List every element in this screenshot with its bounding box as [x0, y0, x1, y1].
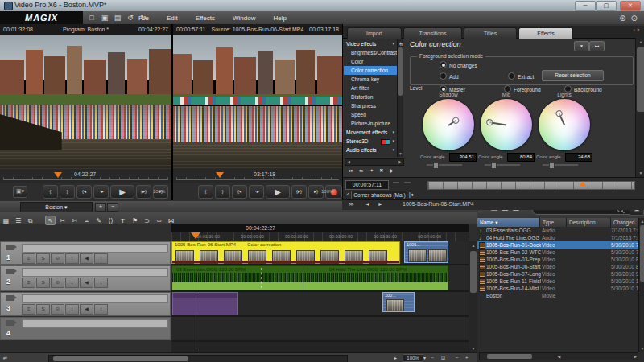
program-scrubber[interactable]: 04:22:27	[0, 169, 171, 183]
file-row[interactable]: 1005-Bos-Run-03-Prep.MP4Video5/30/2010 8…	[477, 256, 638, 263]
multicam-mode-icon[interactable]: ⧉	[25, 216, 35, 226]
effect-timeline-slider[interactable]	[427, 181, 635, 190]
scrollbar-thumb[interactable]	[640, 225, 644, 282]
angle-value[interactable]: 304.51	[449, 153, 477, 162]
tab-transitions[interactable]: Transitions	[403, 27, 462, 39]
radio-foreground[interactable]: Foreground	[504, 85, 541, 93]
effects-item-color-correction[interactable]: Color correction	[344, 66, 397, 75]
wheel-handle[interactable]	[452, 116, 460, 125]
track-area[interactable]: 1005-Bos-Run-06-Start.MP4Color correctio…	[171, 241, 469, 352]
column-header-changed[interactable]: Changed	[611, 218, 638, 227]
file-row[interactable]: 1005-Bos-Run-11-Finish-B...Video5/30/201…	[477, 278, 638, 285]
source-playhead-marker[interactable]	[216, 172, 224, 178]
file-row[interactable]: 1005-Bos-Run-02-WTC.MP4Video5/30/2010 7:	[477, 249, 638, 256]
volume-button[interactable]: ↕	[65, 253, 79, 264]
file-row[interactable]: ♪04 Hold The Line.OGGAudio7/1/2013 7:0	[477, 234, 638, 241]
video-clip-right[interactable]: 1005...	[404, 241, 448, 263]
slider-nub[interactable]	[491, 162, 497, 169]
check-icon[interactable]: ✓	[345, 191, 349, 197]
effect-menu-button[interactable]: ▼	[574, 41, 589, 51]
play-around-button[interactable]: ◔▸	[249, 185, 264, 199]
split-tool-icon[interactable]: ✂	[57, 216, 68, 226]
file-row[interactable]: 1005-Bos-Run-01-Docks.MP4Video5/30/2010 …	[477, 241, 638, 249]
timeline-zoom-level[interactable]: 100%	[402, 354, 423, 362]
wheel-handle[interactable]	[486, 118, 493, 125]
visibility-button[interactable]: ⊙	[51, 304, 64, 315]
draw-tool-icon[interactable]: ✎	[93, 216, 104, 226]
panel-dock-controls[interactable]: ▫✕	[634, 27, 642, 32]
mute-button[interactable]: ◀	[80, 278, 93, 288]
scroll-right-icon[interactable]: ▶	[634, 354, 637, 359]
file-row[interactable]: 1005-Bos-Run-14-Mist.MP4Video5/30/2010 1…	[477, 285, 638, 292]
track-header-2[interactable]: 2≡S⊙↕◀↕	[0, 265, 171, 291]
effects-item-distortion[interactable]: Distortion	[344, 93, 397, 101]
effect-playhead-marker[interactable]	[580, 181, 586, 186]
title-tool-icon[interactable]: T	[118, 216, 128, 226]
scroll-right-icon[interactable]: ▶	[398, 159, 402, 164]
radio-background[interactable]: Background	[564, 85, 602, 93]
track-header-1[interactable]: 1≡S⊙↕◀↕	[0, 241, 171, 265]
effects-item-stereo3d[interactable]: Stereo3D▾	[344, 137, 397, 146]
effects-item-sharpness[interactable]: Sharpness	[344, 101, 397, 110]
maximize-button[interactable]: ▢	[596, 1, 617, 11]
source-monitor-video[interactable]	[173, 35, 342, 169]
magix-info-icon[interactable]: ⊙	[631, 14, 638, 23]
timeline-mode-icon[interactable]: ☰	[13, 216, 23, 226]
solo-button[interactable]: S	[36, 278, 50, 288]
remove-movie-button[interactable]: −	[107, 203, 118, 212]
save-project-icon[interactable]: ▤	[113, 14, 122, 22]
file-row[interactable]: ♪03 Essentials.OGGAudio7/1/2013 7:0	[477, 227, 638, 234]
open-project-icon[interactable]: ▣	[100, 14, 109, 22]
volume-button[interactable]: ↕	[65, 278, 79, 288]
add-movie-button[interactable]: +	[95, 203, 106, 212]
set-out-point-button[interactable]: }	[60, 185, 75, 199]
menu-window[interactable]: Window	[233, 14, 255, 22]
visibility-button[interactable]: ⊙	[51, 253, 64, 264]
zoom-preset-icon[interactable]: ▾	[423, 355, 426, 360]
close-button[interactable]: ✕	[620, 1, 641, 11]
track-name-field[interactable]	[22, 294, 168, 303]
program-zoom-level[interactable]: 100%	[153, 189, 165, 194]
angle-value[interactable]: 24.68	[565, 153, 592, 162]
jump-to-start-button[interactable]: {◂	[232, 185, 247, 199]
color-wheel-lights[interactable]	[539, 99, 590, 150]
effects-item-speed[interactable]: Speed	[344, 110, 397, 119]
new-project-icon[interactable]: □	[87, 14, 97, 22]
media-vscrollbar[interactable]: ▲ ▼	[638, 218, 644, 352]
trim-tool-icon[interactable]: ✄	[69, 216, 80, 226]
curves-button[interactable]: ≡	[22, 304, 35, 315]
add-keyframe-icon[interactable]: ✦	[369, 167, 374, 173]
source-zoom-level[interactable]: 100%	[321, 189, 333, 194]
track-name-field[interactable]	[22, 319, 168, 328]
curve-tool-icon[interactable]: ⊃	[142, 216, 152, 226]
effects-item-chroma-key[interactable]: Chroma key	[344, 75, 397, 84]
scrollbar-thumb[interactable]	[53, 356, 188, 361]
saturation-slider[interactable]	[543, 164, 578, 166]
keyframe-options-icon[interactable]: ◆	[389, 167, 393, 173]
zoom-play-icon[interactable]: ▸	[394, 355, 397, 360]
play-around-button[interactable]: ◔▸	[93, 185, 109, 199]
mute-button[interactable]: ◀	[80, 253, 93, 264]
track-header-3[interactable]: 3≡S⊙↕◀↕	[0, 292, 171, 316]
track-name-field[interactable]	[22, 244, 168, 253]
visibility-button[interactable]: ⊙	[51, 278, 64, 288]
next-object-icon[interactable]: ►	[378, 201, 383, 207]
radio-extract[interactable]: Extract	[508, 72, 534, 80]
set-in-point-button[interactable]: {	[198, 185, 213, 199]
overlay-clip[interactable]: 100...	[382, 292, 415, 312]
zoom-in-button[interactable]: +	[465, 355, 469, 360]
audio-clip-group[interactable]: 03 Essentials.OGG 120.00 BPM 04 Hold The…	[171, 265, 448, 290]
scroll-mode-icon[interactable]: ⇄	[3, 355, 7, 360]
tab-import[interactable]: Import	[347, 27, 402, 39]
set-in-point-button[interactable]: {	[43, 185, 58, 199]
color-wheel-mid[interactable]	[481, 99, 532, 150]
scrollbar-thumb[interactable]	[487, 354, 532, 359]
volume-button[interactable]: ↕	[65, 304, 79, 315]
collapse-panel-icon[interactable]: «	[399, 40, 403, 48]
effects-item-art-filter[interactable]: Art filter	[344, 84, 397, 93]
curves-button[interactable]: ≡	[22, 253, 35, 264]
saturation-slider[interactable]	[427, 164, 462, 166]
marker-tool-icon[interactable]: ⚑	[130, 216, 140, 226]
effect-compare-button[interactable]: ▸◂	[589, 41, 605, 51]
stretch-tool-icon[interactable]: ≍	[81, 216, 92, 226]
